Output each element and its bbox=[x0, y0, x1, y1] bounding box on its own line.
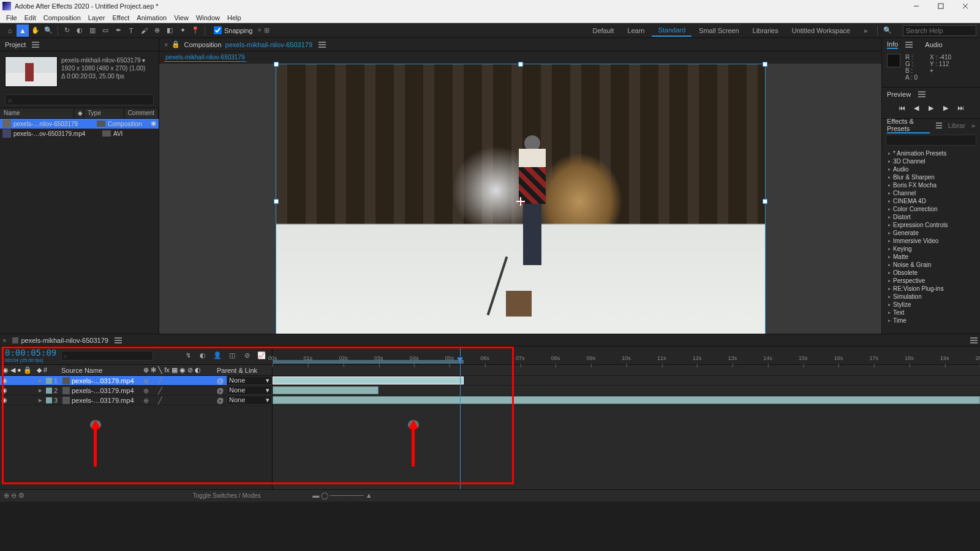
effects-category[interactable]: Generate bbox=[882, 229, 980, 237]
ws-overflow[interactable]: » bbox=[858, 25, 873, 36]
panel-menu-icon[interactable] bbox=[918, 91, 925, 97]
effects-category[interactable]: Simulation bbox=[882, 293, 980, 301]
effects-category[interactable]: * Animation Presets bbox=[882, 149, 980, 157]
parent-dropdown[interactable]: None▾ bbox=[227, 395, 272, 405]
effects-category[interactable]: Obsolete bbox=[882, 269, 980, 277]
composition-viewer[interactable] bbox=[159, 64, 881, 339]
close-button[interactable] bbox=[953, 1, 978, 12]
menu-layer[interactable]: Layer bbox=[85, 14, 109, 21]
effects-category[interactable]: Blur & Sharpen bbox=[882, 173, 980, 181]
effects-category[interactable]: Color Correction bbox=[882, 205, 980, 213]
rotate-tool[interactable]: ↻ bbox=[61, 24, 73, 37]
effects-category[interactable]: Time bbox=[882, 317, 980, 324]
panel-menu-icon[interactable] bbox=[32, 42, 39, 48]
switch[interactable]: ╱ bbox=[158, 377, 164, 384]
switch[interactable]: ╱ bbox=[158, 397, 164, 404]
transform-handle[interactable] bbox=[763, 62, 767, 67]
transform-handle[interactable] bbox=[763, 199, 767, 204]
project-item-comp[interactable]: pexels-…nilov-6503179 Composition ✱ bbox=[0, 119, 159, 129]
timeline-tab[interactable]: pexels-mikhail-nilov-6503179 bbox=[9, 335, 125, 345]
pan-behind-tool[interactable]: ▥ bbox=[86, 24, 99, 37]
transform-handle[interactable] bbox=[518, 62, 523, 67]
comp-mini-flowchart-icon[interactable]: ↯ bbox=[183, 351, 194, 361]
effects-category[interactable]: Noise & Grain bbox=[882, 261, 980, 269]
effects-category[interactable]: Distort bbox=[882, 213, 980, 221]
switch[interactable]: ⊕ bbox=[143, 387, 149, 394]
pickwhip-icon[interactable]: @ bbox=[217, 387, 224, 394]
track-row[interactable] bbox=[273, 376, 980, 386]
menu-file[interactable]: File bbox=[2, 14, 21, 21]
switch[interactable]: ⊕ bbox=[143, 377, 149, 384]
clone-tool[interactable]: ⊕ bbox=[151, 24, 163, 37]
project-item-footage[interactable]: pexels-…ov-6503179.mp4 AVI bbox=[0, 129, 159, 138]
frame-blend-icon[interactable]: ◫ bbox=[227, 351, 238, 361]
project-tab[interactable]: Project bbox=[0, 38, 159, 51]
switch[interactable]: ⊕ bbox=[143, 397, 149, 404]
current-timecode[interactable]: 0:00:05:09 bbox=[5, 348, 56, 358]
prev-frame-button[interactable]: ◀ bbox=[911, 103, 922, 112]
effects-category[interactable]: Expression Controls bbox=[882, 221, 980, 229]
last-frame-button[interactable]: ⏭ bbox=[955, 103, 966, 112]
shy-icon[interactable]: 👤 bbox=[212, 351, 223, 361]
menu-edit[interactable]: Edit bbox=[21, 14, 40, 21]
libraries-tab[interactable]: Librar bbox=[948, 122, 965, 129]
switch[interactable]: ╱ bbox=[158, 387, 164, 394]
work-area-bar[interactable] bbox=[273, 360, 464, 364]
pen-tool[interactable]: ✒ bbox=[112, 24, 124, 37]
layer-row[interactable]: ◉▸2pexels-…03179.mp4⊕╱@None▾ bbox=[0, 386, 272, 395]
label-swatch[interactable] bbox=[97, 121, 105, 127]
effects-category[interactable]: Audio bbox=[882, 165, 980, 173]
menu-view[interactable]: View bbox=[170, 14, 192, 21]
search-icon[interactable]: 🔍 bbox=[881, 24, 894, 37]
expand-icon[interactable]: ▸ bbox=[37, 377, 44, 384]
effects-category[interactable]: 3D Channel bbox=[882, 157, 980, 165]
layer-bar[interactable] bbox=[273, 377, 464, 384]
label-swatch[interactable] bbox=[46, 397, 52, 403]
ws-default[interactable]: Default bbox=[586, 25, 620, 36]
effects-category[interactable]: Perspective bbox=[882, 277, 980, 285]
minimize-button[interactable] bbox=[904, 1, 929, 12]
panel-menu-icon[interactable] bbox=[318, 42, 326, 48]
menu-window[interactable]: Window bbox=[192, 14, 224, 21]
layer-row[interactable]: ◉▸3pexels-…03179.mp4⊕╱@None▾ bbox=[0, 395, 272, 405]
col-comment[interactable]: Comment bbox=[124, 108, 159, 118]
graph-editor-icon[interactable]: 📈 bbox=[256, 351, 267, 361]
info-tab[interactable]: Info bbox=[887, 40, 898, 49]
first-frame-button[interactable]: ⏮ bbox=[896, 103, 907, 112]
ws-learn[interactable]: Learn bbox=[621, 25, 650, 36]
time-ruler[interactable]: 00s01s02s03s04s05s06s07s08s09s10s11s12s1… bbox=[273, 347, 980, 365]
effects-category[interactable]: Keying bbox=[882, 245, 980, 253]
zoom-slider[interactable]: ▬ ◯ ─────── ▲ bbox=[312, 492, 372, 500]
camera-tool[interactable]: ◐ bbox=[74, 24, 86, 37]
effects-category[interactable]: CINEMA 4D bbox=[882, 197, 980, 205]
parent-dropdown[interactable]: None▾ bbox=[227, 376, 272, 385]
effects-category[interactable]: Immersive Video bbox=[882, 237, 980, 245]
flowchart-tab[interactable]: pexels-mikhail-nilov-6503179 bbox=[164, 53, 246, 62]
menu-effect[interactable]: Effect bbox=[108, 14, 133, 21]
expand-icon[interactable]: ⊕ ⊖ ⚙ bbox=[4, 492, 24, 500]
effects-category[interactable]: Text bbox=[882, 309, 980, 317]
overflow-icon[interactable]: » bbox=[971, 122, 975, 129]
label-swatch[interactable] bbox=[46, 388, 52, 394]
project-search[interactable]: ⌕ bbox=[5, 94, 154, 105]
ws-small-screen[interactable]: Small Screen bbox=[693, 25, 745, 36]
home-tool[interactable]: ⌂ bbox=[4, 24, 16, 37]
timeline-search[interactable]: ⌕ bbox=[61, 351, 153, 361]
selection-tool[interactable]: ▲ bbox=[17, 24, 29, 37]
comp-tab-name[interactable]: pexels-mikhail-nilov-6503179 bbox=[225, 41, 312, 48]
track-row[interactable] bbox=[273, 395, 980, 405]
transform-handle[interactable] bbox=[274, 199, 279, 204]
snapping-toggle[interactable]: Snapping ✧ ⊞ bbox=[214, 26, 270, 34]
parent-dropdown[interactable]: None▾ bbox=[227, 386, 272, 395]
close-tab-icon[interactable]: × bbox=[164, 41, 168, 48]
preview-tab[interactable]: Preview bbox=[887, 91, 911, 98]
roto-tool[interactable]: ✦ bbox=[176, 24, 189, 37]
effects-category[interactable]: Matte bbox=[882, 253, 980, 261]
pickwhip-icon[interactable]: @ bbox=[217, 397, 224, 404]
ws-untitled[interactable]: Untitled Workspace bbox=[786, 25, 856, 36]
toggle-switches-button[interactable]: Toggle Switches / Modes bbox=[159, 492, 294, 499]
text-tool[interactable]: T bbox=[125, 24, 137, 37]
puppet-tool[interactable]: 📍 bbox=[189, 24, 202, 37]
label-swatch[interactable] bbox=[102, 130, 111, 137]
expand-icon[interactable]: ▸ bbox=[37, 396, 44, 404]
